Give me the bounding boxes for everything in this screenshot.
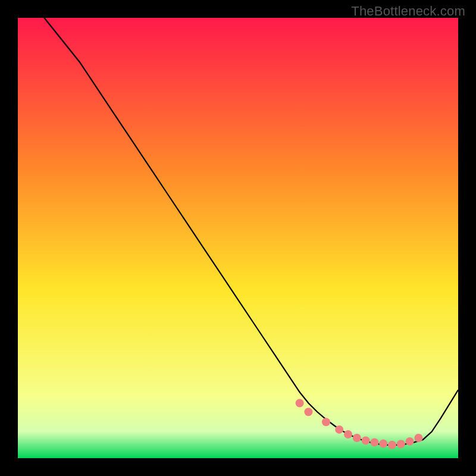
chart-svg [18,18,458,458]
optimum-dot [344,430,352,439]
optimum-dot [322,418,330,426]
optimum-dot [406,437,414,446]
optimum-dot [296,399,304,408]
optimum-dot [362,436,370,444]
optimum-dot [370,438,378,446]
watermark-text: TheBottleneck.com [351,4,465,19]
optimum-dot [397,440,405,448]
bottleneck-chart [18,18,458,458]
optimum-dot [335,425,343,434]
optimum-dot [304,408,312,416]
optimum-dot [353,434,361,442]
optimum-dot [414,434,422,442]
gradient-background [18,18,458,458]
optimum-dot [388,441,396,449]
optimum-dot [379,440,387,448]
